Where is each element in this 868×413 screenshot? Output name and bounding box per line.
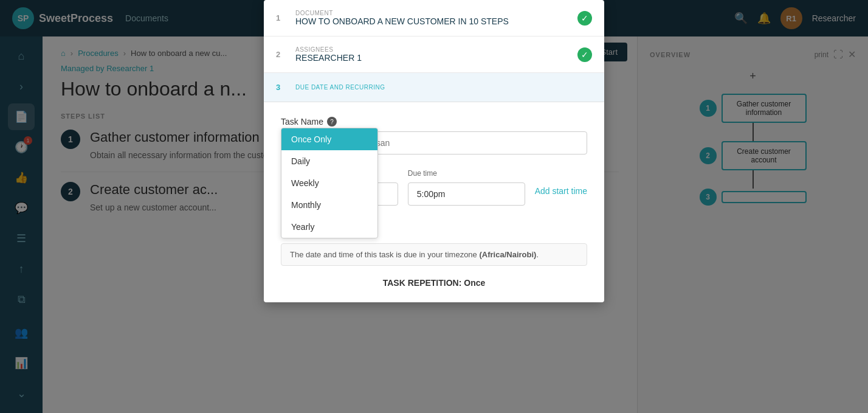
due-time-label: Due time [408, 169, 525, 178]
wizard-step-2-content: ASSIGNEES RESEARCHER 1 [295, 46, 570, 63]
wizard-step-1-value: HOW TO ONBOARD A NEW CUSTOMER IN 10 STEP… [295, 16, 570, 26]
wizard-step-2-check: ✓ [577, 47, 592, 62]
wizard-step-3: 3 DUE DATE AND RECURRING [264, 73, 604, 102]
wizard-step-3-num: 3 [276, 83, 288, 92]
dropdown-list: Once Only Daily Weekly Monthly Yearly [281, 128, 378, 238]
dropdown-option-daily[interactable]: Daily [281, 150, 377, 172]
wizard-step-2-num: 2 [276, 50, 288, 59]
help-icon[interactable]: ? [327, 117, 337, 127]
recurring-section: Once Only Daily Weekly Monthly Yearly On… [281, 213, 587, 266]
task-repetition: TASK REPETITION: Once [281, 278, 587, 288]
add-start-time-btn[interactable]: Add start time [535, 169, 587, 206]
modal: 1 DOCUMENT HOW TO ONBOARD A NEW CUSTOMER… [264, 0, 604, 302]
wizard-step-1-num: 1 [276, 13, 288, 23]
time-group: Due time [408, 169, 525, 206]
wizard-step-1-check: ✓ [577, 11, 592, 26]
wizard-step-1-label: DOCUMENT [295, 10, 570, 16]
wizard-step-1: 1 DOCUMENT HOW TO ONBOARD A NEW CUSTOMER… [264, 0, 604, 36]
wizard-step-2: 2 ASSIGNEES RESEARCHER 1 ✓ [264, 36, 604, 73]
wizard-step-2-label: ASSIGNEES [295, 46, 570, 53]
due-time-input[interactable] [408, 182, 525, 206]
timezone-value: (Africa/Nairobi) [479, 250, 536, 259]
timezone-note: The date and time of this task is due in… [281, 243, 587, 266]
wizard-step-3-content: DUE DATE AND RECURRING [295, 84, 592, 91]
app-container: SP SweetProcess Documents 🔍 🔔 R1 Researc… [0, 0, 868, 413]
wizard-step-2-value: RESEARCHER 1 [295, 53, 570, 63]
wizard-step-3-label: DUE DATE AND RECURRING [295, 84, 592, 91]
dropdown-option-weekly[interactable]: Weekly [281, 172, 377, 194]
dropdown-option-monthly[interactable]: Monthly [281, 194, 377, 216]
wizard-step-1-content: DOCUMENT HOW TO ONBOARD A NEW CUSTOMER I… [295, 10, 570, 26]
dropdown-option-once-only[interactable]: Once Only [281, 128, 377, 150]
task-name-label: Task Name ? [281, 117, 587, 127]
wizard-steps: 1 DOCUMENT HOW TO ONBOARD A NEW CUSTOMER… [264, 0, 604, 102]
dropdown-option-yearly[interactable]: Yearly [281, 216, 377, 238]
modal-body: Task Name ? Due date Due time Add start … [264, 102, 604, 302]
modal-overlay: 1 DOCUMENT HOW TO ONBOARD A NEW CUSTOMER… [0, 0, 868, 413]
